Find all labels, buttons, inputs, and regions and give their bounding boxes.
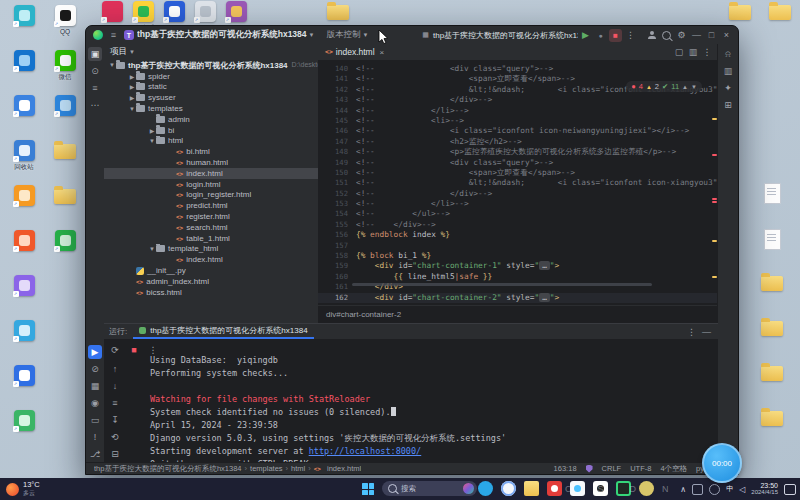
code-line-154[interactable]: 154<!-- </ul>-->	[318, 209, 718, 219]
tree-item-bi[interactable]: ▶bi	[104, 125, 318, 136]
prev-issue-icon[interactable]: ▲	[682, 84, 688, 90]
desktop-green2-app-icon[interactable]: ↗	[45, 230, 85, 260]
breadcrumb-item[interactable]: index.html	[327, 464, 361, 473]
tree-item-human.html[interactable]: <>human.html	[104, 157, 318, 168]
layout-selector-icon[interactable]: ▢	[672, 45, 686, 59]
caret-position[interactable]: 163:18	[554, 464, 577, 473]
main-menu-icon[interactable]: ≡	[107, 29, 120, 42]
run-tab[interactable]: thp基于疾控大数据的可视化分析系统hx1384	[133, 324, 313, 339]
desktop-folder-icon[interactable]	[45, 140, 85, 168]
desktop-green-app-icon[interactable]: ↗	[4, 410, 44, 440]
editor-breadcrumb[interactable]: div#chart-container-2	[318, 305, 718, 323]
run-more-menu-icon[interactable]: ⋮	[624, 29, 637, 42]
desktop-phone-app-icon[interactable]: ↗	[4, 50, 44, 80]
code-line-156[interactable]: 156{% endblock index %}	[318, 230, 718, 240]
breadcrumb-item[interactable]: templates	[250, 464, 283, 473]
desktop-office-app-icon[interactable]: ↗	[4, 365, 44, 395]
volume-icon[interactable]: ◁	[739, 485, 745, 494]
tree-item-index.html[interactable]: <>index.html	[104, 254, 318, 265]
code-line-162[interactable]: 162 <div id="chart-container-2" style="……	[318, 293, 718, 303]
tree-item-predict.html[interactable]: <>predict.html	[104, 200, 318, 211]
taskbar-app-icon[interactable]	[639, 481, 654, 496]
next-issue-icon[interactable]: ▼	[691, 84, 697, 90]
desktop-document-icon[interactable]	[752, 182, 792, 213]
search-everywhere-icon[interactable]	[660, 29, 673, 42]
desktop-tool-app-icon[interactable]: ↗	[4, 95, 44, 125]
desktop-flame-app-icon[interactable]: ↗	[4, 230, 44, 260]
tree-chevron-icon[interactable]: ▶	[128, 73, 136, 80]
plugins-icon[interactable]: ⊞	[721, 98, 735, 112]
tree-item-static[interactable]: ▶static	[104, 82, 318, 93]
tree-item-__init__.py[interactable]: __init__.py	[104, 265, 318, 276]
terminal-icon[interactable]: ▭	[88, 413, 102, 427]
code-line-153[interactable]: 153<!-- </li>-->	[318, 199, 718, 209]
desktop-purple-app-icon[interactable]: ↗	[4, 275, 44, 305]
run-console[interactable]: Using DataBase: yiqingdbPerforming syste…	[142, 341, 715, 462]
down-stack-trace-icon[interactable]: ↓	[108, 379, 122, 393]
tab-index-html[interactable]: <> index.html ×	[318, 44, 391, 60]
tree-item-spider[interactable]: ▶spider	[104, 71, 318, 82]
desktop-qq-icon[interactable]: ↗QQ	[45, 5, 85, 35]
rerun-icon[interactable]: ⟳	[108, 343, 122, 357]
code-line-140[interactable]: 140<!-- <div class="query">-->	[318, 64, 718, 74]
close-tab-icon[interactable]: ×	[380, 48, 385, 57]
editor-hscrollbar[interactable]	[352, 283, 652, 286]
tree-item-table_1.html[interactable]: <>table_1.html	[104, 233, 318, 244]
desktop-recycle-bin-icon[interactable]: ↗回收站	[4, 140, 44, 170]
code-line-144[interactable]: 144<!-- </li>-->	[318, 106, 718, 116]
tree-chevron-icon[interactable]: ▶	[128, 94, 136, 101]
ai-assistant-icon[interactable]: ✦	[721, 81, 735, 95]
desktop-folder-icon[interactable]	[752, 272, 792, 300]
notification-center-icon[interactable]	[784, 484, 796, 495]
project-icon[interactable]: ▣	[88, 47, 102, 61]
desktop-security-app-icon[interactable]: ↗	[4, 185, 44, 215]
editor-more-icon[interactable]: ⋮	[700, 45, 714, 59]
tree-item-templates[interactable]: ▼templates	[104, 103, 318, 114]
taskbar-copilot-icon[interactable]	[501, 481, 516, 496]
tree-item-html[interactable]: ▼html	[104, 136, 318, 147]
code-line-151[interactable]: 151<!-- &lt;!&ndash; <i class="iconfont …	[318, 178, 718, 188]
tree-item-index.html[interactable]: <>index.html	[104, 168, 318, 179]
code-line-155[interactable]: 155<!-- </div>-->	[318, 220, 718, 230]
code-editor[interactable]: 140<!-- <div class="query">-->141<!-- <s…	[318, 60, 718, 306]
hide-panel-icon[interactable]: —	[700, 325, 713, 338]
minimize-button[interactable]: —	[690, 29, 703, 42]
tree-item-register.html[interactable]: <>register.html	[104, 211, 318, 222]
code-line-145[interactable]: 145<!-- <li>-->	[318, 116, 718, 126]
tree-item-thp-hx1384[interactable]: ▼thp基于疾控大数据的可视化分析系统hx1384D:\desktop\thp基	[104, 60, 318, 71]
services-icon[interactable]: ⊘	[88, 362, 102, 376]
tree-item-login.html[interactable]: <>login.html	[104, 179, 318, 190]
tree-item-admin_index.html[interactable]: <>admin_index.html	[104, 276, 318, 287]
python-console-icon[interactable]: ◉	[88, 396, 102, 410]
tree-chevron-icon[interactable]: ▼	[148, 138, 156, 144]
close-button[interactable]: ×	[720, 29, 733, 42]
tree-chevron-icon[interactable]: ▼	[108, 62, 116, 68]
clear-console-icon[interactable]: ⊟	[108, 447, 122, 461]
desktop-folder-icon[interactable]	[752, 407, 792, 435]
desktop-cloud-app-icon[interactable]: ↗	[4, 320, 44, 350]
taskbar-edge-icon[interactable]	[478, 481, 493, 496]
maximize-button[interactable]: □	[705, 29, 718, 42]
desktop-display-app-icon[interactable]: ↗	[4, 5, 44, 35]
code-line-160[interactable]: 160 {{ line_html5|safe }}	[318, 272, 718, 282]
breadcrumb-item[interactable]: thp基于疾控大数据的可视化分析系统hx1384	[94, 464, 242, 474]
settings-icon[interactable]: ⚙	[675, 29, 688, 42]
code-line-148[interactable]: 148<!-- <p>监控养殖疾控大数据的可视化分析系统多边监控养殖</p>--…	[318, 147, 718, 157]
tray-icon-2[interactable]	[709, 484, 720, 495]
taskbar-chat-icon[interactable]	[570, 481, 585, 496]
code-line-149[interactable]: 149<!-- <div class="query">-->	[318, 158, 718, 168]
recording-timer[interactable]: 00:00	[702, 443, 742, 483]
code-line-157[interactable]: 157	[318, 241, 718, 251]
run-config-selector[interactable]: ▦ thp基于疾控大数据的可视化分析系统hx1384 ▼	[418, 29, 578, 42]
stop-button[interactable]: ■	[609, 29, 622, 42]
taskbar-search[interactable]: 搜索	[382, 481, 477, 496]
taskbar-qq-icon[interactable]	[593, 481, 608, 496]
tree-item-login_register.html[interactable]: <>login_register.html	[104, 190, 318, 201]
tray-icon-1[interactable]	[692, 484, 703, 495]
taskbar-pycharm-icon[interactable]	[616, 481, 631, 496]
database-icon[interactable]: ▥	[721, 64, 735, 78]
code-line-159[interactable]: 159 <div id="chart-container-1" style="……	[318, 261, 718, 271]
structure-icon[interactable]: ≡	[88, 81, 102, 95]
desktop-browser-app-icon[interactable]: ↗	[45, 95, 85, 125]
desktop-folder-icon[interactable]	[45, 185, 85, 213]
